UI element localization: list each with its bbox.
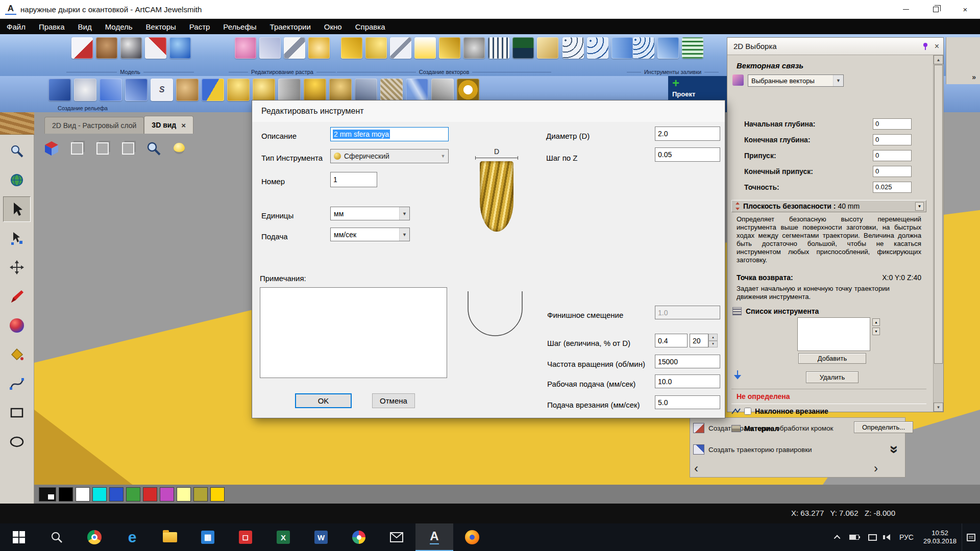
view-along-x-icon[interactable] xyxy=(67,138,87,159)
relief-smooth-icon[interactable] xyxy=(74,79,96,101)
menu-window[interactable]: Окно xyxy=(317,22,349,31)
word-taskbar-button[interactable]: W xyxy=(302,523,340,551)
isometric-view-icon[interactable] xyxy=(41,138,62,159)
text-tools-icon[interactable] xyxy=(512,37,534,59)
view-along-y-icon[interactable] xyxy=(92,138,113,159)
vector-curve-icon[interactable] xyxy=(365,37,387,59)
define-material-button[interactable]: Определить... xyxy=(854,421,913,433)
excel-taskbar-button[interactable]: X xyxy=(264,523,302,551)
view-along-z-icon[interactable] xyxy=(118,138,138,159)
menu-toolpaths[interactable]: Траектории xyxy=(263,22,317,31)
knot-shape-icon[interactable] xyxy=(176,79,199,101)
overflow-chevrons-icon[interactable]: » xyxy=(972,73,976,81)
project-label[interactable]: Проект xyxy=(672,90,695,98)
spin-down-icon[interactable]: ▼ xyxy=(708,341,718,348)
color-swatch[interactable] xyxy=(210,487,225,502)
primary-secondary-color-icon[interactable] xyxy=(39,487,56,502)
color-swatch[interactable] xyxy=(76,487,90,502)
vector-pencil-icon[interactable] xyxy=(414,37,436,59)
color-sphere-button[interactable] xyxy=(3,313,31,338)
selected-vectors-select[interactable]: Выбранные векторы ▼ xyxy=(748,74,844,87)
mail-taskbar-button[interactable] xyxy=(378,523,415,551)
explorer-taskbar-button[interactable] xyxy=(151,523,189,551)
relief-blue-icon[interactable] xyxy=(48,79,71,101)
color-swatch[interactable] xyxy=(143,487,157,502)
collapse-menu-icon[interactable]: » xyxy=(886,435,904,464)
ring-shape-icon[interactable] xyxy=(457,79,479,101)
raster-diamond-icon[interactable] xyxy=(259,37,281,59)
flood-fill-button[interactable] xyxy=(3,342,31,367)
nesting-icon[interactable] xyxy=(488,37,509,59)
tool-type-select[interactable]: Сферический ▼ xyxy=(330,149,449,163)
tool-list-down-icon[interactable]: ▼ xyxy=(872,328,880,335)
raster-paint-icon[interactable] xyxy=(235,37,256,59)
safe-plane-expand-icon[interactable]: ▼ xyxy=(915,202,924,211)
relief-preview-icon[interactable] xyxy=(96,37,117,59)
arrow-shape-icon[interactable] xyxy=(125,79,148,101)
color-swatch[interactable] xyxy=(126,487,140,502)
grayscale-icon[interactable] xyxy=(120,37,142,59)
feed-rate-input[interactable] xyxy=(655,374,720,388)
tool-number-input[interactable] xyxy=(330,172,377,187)
artcam-taskbar-button[interactable]: A xyxy=(415,523,453,551)
zoom-tool-button[interactable] xyxy=(3,138,31,164)
color-swatch[interactable] xyxy=(177,487,191,502)
feed-units-select[interactable]: мм/сек ▼ xyxy=(330,228,410,241)
add-tool-button[interactable]: Добавить xyxy=(798,353,866,364)
scroll-left-icon[interactable]: ‹ xyxy=(694,463,698,474)
units-select[interactable]: мм ▼ xyxy=(330,207,410,220)
toolpath-engrave-item[interactable]: Создать траекторию гравировки xyxy=(693,444,872,455)
final-allowance-input[interactable]: 0 xyxy=(873,166,912,177)
red-app-taskbar-button[interactable]: ◻ xyxy=(227,523,264,551)
star-shape-icon[interactable] xyxy=(100,79,122,101)
align-arrows-icon[interactable] xyxy=(611,37,633,59)
vector-trim-icon[interactable] xyxy=(390,37,411,59)
tolerance-input[interactable]: 0.025 xyxy=(873,182,912,193)
ellipse-tool-button[interactable] xyxy=(3,429,31,455)
color-swatch[interactable] xyxy=(59,487,73,502)
stepdown-input[interactable] xyxy=(655,147,720,162)
paint-taskbar-button[interactable] xyxy=(340,523,378,551)
firefox-taskbar-button[interactable] xyxy=(453,523,491,551)
rectangle-tool-button[interactable] xyxy=(3,400,31,425)
fill-gradient-icon[interactable] xyxy=(657,37,679,59)
start-depth-input[interactable]: 0 xyxy=(873,118,912,130)
wedge-shape-icon[interactable] xyxy=(202,79,224,101)
raster-cut-icon[interactable] xyxy=(284,37,305,59)
tool-list-box[interactable] xyxy=(797,317,870,351)
tab-3d-view[interactable]: 3D вид× xyxy=(144,116,193,134)
dome2-shape-icon[interactable] xyxy=(329,79,352,101)
menu-edit[interactable]: Правка xyxy=(32,22,71,31)
menu-raster[interactable]: Растр xyxy=(183,22,217,31)
vector-arrow-icon[interactable] xyxy=(341,37,362,59)
fill-grid-icon[interactable] xyxy=(682,37,703,59)
stepover-percent-input[interactable] xyxy=(690,334,708,347)
panel-scrollbar[interactable]: ▲ ▼ xyxy=(933,55,943,412)
store-taskbar-button[interactable]: ▦ xyxy=(189,523,227,551)
select-tool-button[interactable] xyxy=(3,196,31,222)
taskbar-clock[interactable]: 10:52 29.03.2018 xyxy=(918,529,962,546)
sphere-shape-icon[interactable] xyxy=(253,79,275,101)
chrome-taskbar-button[interactable] xyxy=(76,523,113,551)
mushroom-shape-icon[interactable] xyxy=(304,79,326,101)
menu-file[interactable]: Файл xyxy=(0,22,32,31)
pin-icon[interactable] xyxy=(921,42,929,51)
battery-indicator[interactable] xyxy=(845,523,864,551)
twist-shape-icon[interactable] xyxy=(406,79,428,101)
tool-list-up-icon[interactable]: ▲ xyxy=(872,318,880,326)
description-input[interactable]: 2 mm sfera moya xyxy=(330,127,449,141)
dots-grid2-icon[interactable] xyxy=(587,37,608,59)
gray-pyramid-icon[interactable] xyxy=(431,79,454,101)
texture-swatch-icon[interactable] xyxy=(0,112,34,135)
scroll-right-icon[interactable]: › xyxy=(874,463,878,474)
scrollbar-thumb[interactable] xyxy=(934,65,943,364)
fill-dots-icon[interactable] xyxy=(633,37,654,59)
ramp-checkbox[interactable] xyxy=(744,408,751,415)
paint-tool-button[interactable] xyxy=(3,284,31,309)
dots-grid-icon[interactable] xyxy=(562,37,584,59)
edge-taskbar-button[interactable]: e xyxy=(113,523,151,551)
vector-spiral-icon[interactable] xyxy=(463,37,485,59)
plunge-rate-input[interactable] xyxy=(655,395,720,409)
menu-model[interactable]: Модель xyxy=(99,22,139,31)
spline-tool-button[interactable] xyxy=(3,371,31,396)
